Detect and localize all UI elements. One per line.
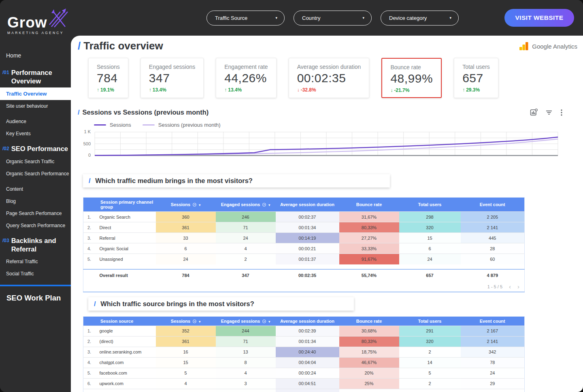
metric-cell: 60 (461, 254, 525, 264)
section-number: /03 (2, 236, 9, 253)
kpi-label: Bounce rate (390, 64, 433, 70)
totals-label: Overall result (97, 269, 156, 281)
legend-swatch (94, 124, 106, 126)
metric-cell: 246 (216, 212, 276, 222)
metric-cell: 00:01:34 (276, 336, 339, 347)
metric-cell: 8 (216, 357, 276, 368)
filter-device-category[interactable]: Device category▾ (381, 11, 459, 26)
metric-cell: 320 (399, 336, 461, 347)
column-header-bounce-rate[interactable]: Bounce rate (339, 198, 399, 212)
row-index: 5. (83, 254, 97, 264)
filter-country[interactable]: Country▾ (294, 11, 372, 26)
arrow-up-icon: ↑ (149, 87, 151, 93)
sidebar-item-organic-search-traffic[interactable]: Organic Search Traffic (0, 156, 71, 168)
metric-cell: 291 (399, 326, 461, 336)
chart-options-icon[interactable] (530, 109, 538, 116)
more-options-icon[interactable] (560, 109, 563, 116)
prev-page-icon[interactable]: ‹ (509, 283, 511, 290)
metric-cell: 30,68% (339, 326, 399, 336)
column-header-session-source[interactable]: Session source (83, 316, 156, 326)
metric-cell: 91,67% (339, 254, 399, 264)
sessions-line-chart: 1 K5000 (78, 131, 583, 158)
filter-label: Traffic Source (215, 15, 247, 21)
kpi-card-engagement-rate: Engagement rate44,26%↑13.4% (216, 58, 276, 98)
column-header-total-users[interactable]: Total users (399, 198, 461, 212)
sidebar-item-seo-work-plan[interactable]: SEO Work Plan (0, 286, 71, 303)
kpi-card-average-session-duration: Average session duration00:02:35↓-32.8% (289, 58, 370, 98)
arrow-up-icon: ↑ (97, 87, 99, 93)
column-header-event-count[interactable]: Event count (461, 316, 525, 326)
column-header-engaged-sessions[interactable]: Engaged sessions▾ (216, 198, 276, 212)
sidebar-item-site-user-behaviour[interactable]: Site user behaviour (0, 100, 71, 112)
chart-toolbar (530, 109, 563, 116)
metric-cell: 352 (156, 326, 216, 336)
column-header-average-session-duration[interactable]: Average session duration (276, 198, 339, 212)
sidebar-item-content[interactable]: Content (0, 183, 71, 195)
row-label: ntp.msn.com (97, 389, 156, 392)
metric-cell: 24 (156, 254, 216, 264)
row-index: 2. (83, 222, 97, 233)
column-header-bounce-rate[interactable]: Bounce rate (339, 316, 399, 326)
table-row: 1.google35224400:02:3930,68%2912 167 (83, 326, 525, 336)
kpi-delta: ↓-21.7% (390, 87, 433, 93)
metric-cell: 24 (399, 254, 461, 264)
kpi-card-total-users: Total users657↑29.3% (454, 58, 498, 98)
metric-cell: 28 (461, 243, 525, 254)
column-header-engaged-sessions[interactable]: Engaged sessions▾ (216, 316, 276, 326)
kpi-label: Average session duration (297, 64, 361, 70)
table-row: 1.Organic Search36024600:02:3731,67%2982… (83, 212, 525, 222)
sidebar-item-audience[interactable]: Audience (0, 115, 71, 128)
column-header-sessions[interactable]: Sessions▾ (156, 198, 216, 212)
kpi-delta: ↑19.1% (97, 87, 120, 93)
filter-icon[interactable] (545, 109, 553, 116)
kpi-delta-value: -32.8% (301, 87, 316, 93)
column-header-average-session-duration[interactable]: Average session duration (276, 316, 339, 326)
sort-caret-icon: ▾ (199, 320, 200, 324)
row-label: Organic Social (97, 243, 156, 254)
metric-cell: 445 (461, 233, 525, 243)
traffic-medium-section-title: / Which traffic medium brings in the mos… (83, 174, 390, 187)
tables-area: / Which traffic medium brings in the mos… (78, 174, 583, 392)
visit-website-button[interactable]: VISIT WEBSITE (504, 9, 574, 27)
sidebar-item-organic-search-performance[interactable]: Organic Search Performance (0, 168, 71, 180)
legend-item-sessions: Sessions (94, 122, 131, 128)
chart-legend: SessionsSessions (previous month) (94, 122, 583, 128)
metric-cell: 00:04:43 (276, 389, 339, 392)
sidebar-section-performance-overview: /01Performance Overview (0, 64, 71, 87)
metric-cell: 3 (216, 378, 276, 389)
metric-cell: 18,75% (339, 347, 399, 357)
metric-cell: 4 (216, 368, 276, 378)
kpi-delta-value: 19.1% (100, 87, 114, 93)
section-label: SEO Performance (11, 145, 68, 153)
column-header-sessions[interactable]: Sessions▾ (156, 316, 216, 326)
kpi-delta-value: 29.3% (466, 87, 480, 93)
totals-row: Overall result78434700:02:3555,74%6574 8… (83, 269, 525, 281)
metric-cell: 80,33% (339, 222, 399, 233)
sidebar-item-query-search-performance[interactable]: Query Search Performance (0, 219, 71, 232)
table-row: 2.Direct3617100:01:3480,33%3202 141 (83, 222, 525, 233)
metric-cell: 14 (399, 357, 461, 368)
sidebar-item-home[interactable]: Home (0, 49, 71, 64)
metric-cell: 320 (399, 222, 461, 233)
metric-cell: 14 (461, 389, 525, 392)
sidebar-item-blog[interactable]: Blog (0, 195, 71, 207)
metric-cell: 24 (461, 368, 525, 378)
row-label: facebook.com (97, 368, 156, 378)
metric-cell: 33,33% (339, 243, 399, 254)
metric-cell: 361 (156, 336, 216, 347)
metric-type-icon (193, 203, 196, 207)
sidebar-item-key-events[interactable]: Key Events (0, 128, 71, 140)
sidebar-item-social-traffic[interactable]: Social Traffic (0, 268, 71, 280)
filter-traffic-source[interactable]: Traffic Source▾ (206, 11, 285, 26)
metric-cell: 5 (156, 368, 216, 378)
topbar: Traffic Source▾Country▾Device category▾ … (71, 0, 583, 36)
next-page-icon[interactable]: › (517, 283, 519, 290)
sidebar-item-page-search-perfomance[interactable]: Page Search Perfomance (0, 207, 71, 219)
table-row: 2.(direct)3617100:01:3480,33%3202 141 (83, 336, 525, 347)
column-header-total-users[interactable]: Total users (399, 316, 461, 326)
sidebar-item-referral-traffic[interactable]: Referral Traffic (0, 256, 71, 268)
column-header-event-count[interactable]: Event count (461, 198, 525, 212)
sidebar-item-traffic-overview[interactable]: Traffic Overview (0, 87, 71, 100)
column-header-session-primary-channel-group[interactable]: Session primary channel group (83, 198, 156, 212)
table-row: 3.online.seranking.com161300:24:4018,75%… (83, 347, 525, 357)
